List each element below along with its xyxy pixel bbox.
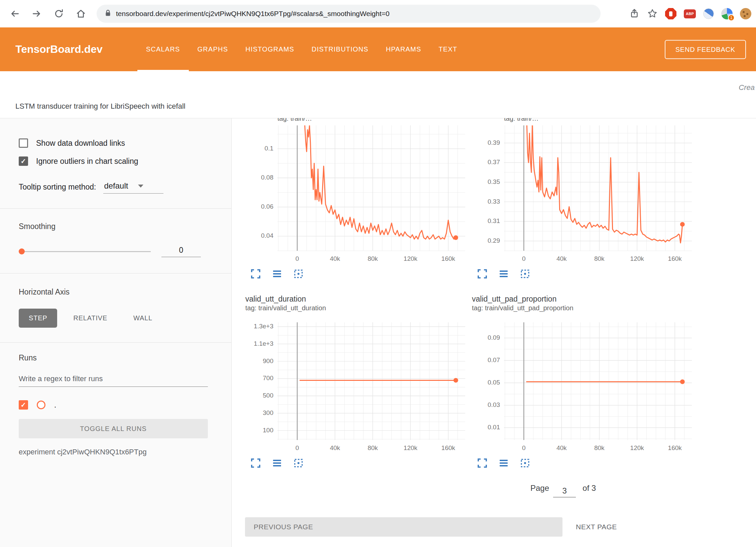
svg-text:0.08: 0.08 — [261, 174, 273, 181]
divider — [0, 342, 231, 343]
show-download-row: Show data download links — [19, 138, 208, 148]
chart-tag-clipped: tag: train/… — [504, 118, 692, 125]
svg-text:120k: 120k — [630, 444, 644, 451]
tensorboard-logo: TensorBoard.dev — [15, 27, 103, 71]
back-icon[interactable] — [9, 8, 20, 19]
tab-graphs[interactable]: GRAPHS — [189, 27, 237, 71]
runs-label: Runs — [19, 353, 208, 362]
svg-text:0.1: 0.1 — [265, 145, 273, 152]
axis-relative-button[interactable]: RELATIVE — [63, 309, 117, 328]
svg-text:900: 900 — [263, 357, 273, 364]
chart-tag: tag: train/valid_utt_pad_proportion — [472, 304, 692, 312]
tab-hparams[interactable]: HPARAMS — [377, 27, 430, 71]
app-header: TensorBoard.dev SCALARS GRAPHS HISTOGRAM… — [0, 27, 756, 71]
slider-track[interactable] — [19, 251, 151, 252]
scalar-line-chart[interactable]: 0.040.060.080.1040k80k120k160k — [245, 125, 465, 265]
tab-histograms[interactable]: HISTOGRAMS — [237, 27, 303, 71]
cookie-dot — [746, 13, 748, 15]
slider-thumb[interactable] — [19, 248, 25, 254]
runs-filter-input[interactable] — [19, 372, 208, 387]
smoothing-label: Smoothing — [19, 222, 208, 231]
smoothing-value-input[interactable] — [161, 246, 201, 257]
scalar-line-chart[interactable]: 0.290.310.330.350.370.39040k80k120k160k — [472, 125, 692, 265]
svg-text:80k: 80k — [368, 255, 378, 262]
reload-icon[interactable] — [53, 8, 64, 19]
toggle-y-axis-icon[interactable] — [271, 457, 283, 469]
tab-scalars[interactable]: SCALARS — [137, 27, 189, 71]
svg-text:100: 100 — [263, 427, 273, 434]
chart-tag-text: tag: train/… — [277, 118, 465, 122]
abp-extension-icon[interactable]: ABP — [684, 9, 696, 18]
adblock-icon[interactable] — [665, 8, 676, 19]
divider — [0, 208, 231, 209]
page-of-label: of 3 — [583, 483, 596, 493]
chart-tag: tag: train/valid_utt_duration — [245, 304, 465, 312]
fullscreen-icon[interactable] — [250, 268, 261, 280]
svg-text:0.31: 0.31 — [488, 217, 500, 224]
svg-text:0.39: 0.39 — [488, 139, 500, 146]
toggle-y-axis-icon[interactable] — [271, 268, 283, 280]
previous-page-button[interactable]: PREVIOUS PAGE — [245, 517, 562, 537]
toggle-y-axis-icon[interactable] — [498, 268, 509, 280]
fullscreen-icon[interactable] — [477, 268, 488, 280]
check-icon: ✓ — [21, 158, 26, 165]
chart-title: valid_utt_duration — [245, 294, 465, 304]
svg-text:120k: 120k — [404, 444, 418, 451]
svg-text:80k: 80k — [594, 255, 605, 262]
tab-text[interactable]: TEXT — [430, 27, 466, 71]
svg-text:300: 300 — [263, 409, 273, 416]
svg-text:500: 500 — [263, 392, 273, 399]
run-row: ✓ . — [19, 400, 208, 410]
tensorboard-page: tensorboard.dev/experiment/cj2vtPiwQHKN9… — [0, 0, 756, 547]
fullscreen-icon[interactable] — [250, 457, 261, 469]
run-name: . — [54, 401, 56, 410]
chart-toolbar — [250, 457, 465, 469]
forward-icon[interactable] — [31, 8, 42, 19]
pagination: Page of 3 — [530, 483, 596, 495]
share-icon[interactable] — [629, 8, 640, 19]
main-nav: SCALARS GRAPHS HISTOGRAMS DISTRIBUTIONS … — [137, 27, 466, 71]
experiment-id: experiment cj2vtPiwQHKN9Q1tx6PTpg — [19, 448, 208, 456]
divider — [0, 273, 231, 274]
send-feedback-button[interactable]: SEND FEEDBACK — [665, 40, 746, 59]
secure-lock-icon[interactable] — [105, 9, 111, 18]
url-bar[interactable]: tensorboard.dev/experiment/cj2vtPiwQHKN9… — [97, 5, 601, 23]
scalar-line-chart[interactable]: 0.010.030.050.070.09040k80k120k160k — [472, 322, 692, 454]
run-checkbox[interactable]: ✓ — [19, 400, 28, 410]
chart-card: valid_utt_pad_proportion tag: train/vali… — [472, 294, 692, 469]
toggle-y-axis-icon[interactable] — [498, 457, 509, 469]
svg-text:0.09: 0.09 — [488, 334, 500, 341]
home-icon[interactable] — [76, 8, 86, 19]
svg-text:0.05: 0.05 — [488, 379, 500, 386]
axis-step-button[interactable]: STEP — [19, 309, 57, 328]
show-download-checkbox[interactable] — [19, 138, 28, 148]
fit-domain-icon[interactable] — [293, 268, 304, 280]
page-number-input[interactable] — [553, 486, 576, 498]
svg-text:0.07: 0.07 — [488, 356, 500, 363]
fit-domain-icon[interactable] — [293, 457, 304, 469]
tooltip-sorting-dropdown[interactable]: default — [103, 181, 163, 194]
fit-domain-icon[interactable] — [519, 457, 531, 469]
svg-text:700: 700 — [263, 374, 273, 381]
settings-sidebar: Show data download links ✓ Ignore outlie… — [0, 118, 232, 547]
fit-domain-icon[interactable] — [519, 268, 531, 280]
scalar-line-chart[interactable]: 1003005007009001.1e+31.3e+3040k80k120k16… — [245, 322, 465, 454]
bookmark-star-icon[interactable] — [647, 8, 658, 19]
svg-text:0: 0 — [522, 255, 526, 262]
ignore-outliers-checkbox[interactable]: ✓ — [19, 156, 28, 166]
axis-wall-button[interactable]: WALL — [123, 309, 162, 328]
tooltip-sorting-row: Tooltip sorting method: default — [19, 181, 208, 194]
profile-avatar[interactable]: 1 — [721, 8, 733, 19]
browser-toolbar: tensorboard.dev/experiment/cj2vtPiwQHKN9… — [0, 0, 756, 27]
chart-card: valid_utt_duration tag: train/valid_utt_… — [245, 294, 465, 469]
fullscreen-icon[interactable] — [477, 457, 488, 469]
next-page-button[interactable]: NEXT PAGE — [574, 517, 619, 537]
cookie-extension-icon[interactable] — [740, 8, 751, 19]
toggle-all-runs-button[interactable]: TOGGLE ALL RUNS — [19, 419, 208, 438]
extension-badge: 1 — [728, 14, 735, 21]
blue-extension-icon[interactable] — [703, 8, 714, 19]
tab-distributions[interactable]: DISTRIBUTIONS — [303, 27, 377, 71]
browser-nav-buttons — [9, 0, 86, 27]
smoothing-slider[interactable] — [19, 248, 151, 254]
run-color-swatch[interactable] — [37, 401, 45, 409]
